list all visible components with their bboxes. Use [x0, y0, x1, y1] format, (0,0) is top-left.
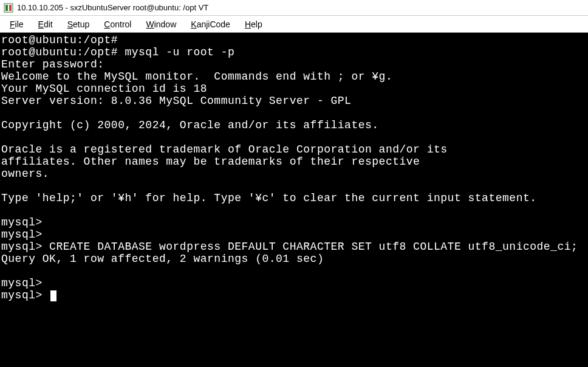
menu-kanjicode[interactable]: KanjiCode	[185, 18, 236, 30]
terminal-line: Your MySQL connection id is 18	[1, 83, 207, 95]
cursor	[50, 290, 56, 301]
terminal-line: mysql>	[1, 289, 49, 301]
terminal-line: mysql>	[1, 216, 43, 228]
app-icon	[4, 3, 13, 13]
menu-control[interactable]: Control	[98, 18, 137, 30]
terminal-line: Type 'help;' or '¥h' for help. Type '¥c'…	[1, 192, 537, 204]
terminal-line: Enter password:	[1, 58, 104, 70]
terminal-line: Query OK, 1 row affected, 2 warnings (0.…	[1, 253, 324, 265]
svg-rect-1	[5, 5, 8, 11]
menu-window[interactable]: Window	[140, 18, 182, 30]
terminal-line: mysql>	[1, 228, 43, 241]
svg-rect-2	[9, 5, 12, 11]
terminal-line: root@ubuntu:/opt#	[1, 34, 118, 46]
menu-file[interactable]: File	[4, 18, 30, 30]
titlebar: 10.10.10.205 - sxzUbuntuServer root@ubun…	[0, 0, 588, 16]
menu-edit[interactable]: Edit	[32, 18, 59, 30]
menu-setup[interactable]: Setup	[61, 18, 96, 30]
terminal-line: Copyright (c) 2000, 2024, Oracle and/or …	[1, 119, 379, 131]
terminal-line: affiliates. Other names may be trademark…	[1, 156, 420, 168]
window-title: 10.10.10.205 - sxzUbuntuServer root@ubun…	[17, 3, 208, 12]
terminal-line: root@ubuntu:/opt# mysql -u root -p	[1, 46, 234, 58]
terminal-line: Oracle is a registered trademark of Orac…	[1, 143, 448, 156]
terminal-line: Welcome to the MySQL monitor. Commands e…	[1, 70, 392, 83]
terminal-line: owners.	[1, 168, 49, 180]
terminal-line: Server version: 8.0.36 MySQL Community S…	[1, 95, 351, 107]
terminal-line: mysql> CREATE DATABASE wordpress DEFAULT…	[1, 241, 578, 253]
terminal-line: mysql>	[1, 277, 43, 289]
menu-help[interactable]: Help	[239, 18, 268, 30]
terminal[interactable]: root@ubuntu:/opt# root@ubuntu:/opt# mysq…	[0, 33, 588, 367]
menubar: File Edit Setup Control Window KanjiCode…	[0, 16, 588, 33]
